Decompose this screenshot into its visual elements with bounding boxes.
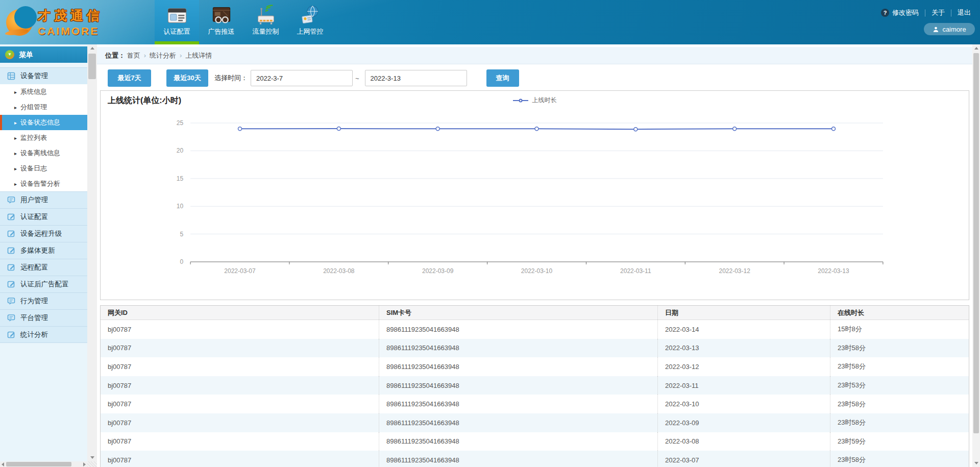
sidebar-subitem-1[interactable]: ▸系统信息 — [0, 84, 87, 100]
caret-right-icon: ▸ — [14, 151, 17, 156]
table-cell: bj00787 — [101, 339, 379, 358]
breadcrumb-item-1[interactable]: 统计分析 — [150, 52, 176, 59]
table-cell: 89861119235041663948 — [379, 413, 657, 432]
scroll-up-icon[interactable] — [972, 44, 980, 52]
sidebar-horizontal-scrollbar[interactable] — [0, 461, 87, 467]
horizontal-scrollbar-thumb[interactable] — [6, 462, 71, 466]
sidebar-subitem-7[interactable]: ▸设备告警分析 — [0, 176, 87, 191]
sidebar-scrollbar-thumb[interactable] — [88, 54, 96, 79]
breadcrumb-item-0[interactable]: 首页 — [127, 52, 140, 59]
svg-text:15: 15 — [177, 175, 184, 182]
sidebar-subitem-2[interactable]: ▸分组管理 — [0, 100, 87, 115]
last-7-days-button[interactable]: 最近7天 — [108, 69, 151, 87]
table-cell: 89861119235041663948 — [379, 376, 657, 395]
nav-tab-label: 流量控制 — [243, 27, 288, 36]
scroll-left-icon[interactable] — [0, 461, 6, 467]
sidebar-subitem-5[interactable]: ▸设备离线信息 — [0, 145, 87, 161]
sidebar-item-13[interactable]: 认证后广告配置 — [0, 276, 87, 292]
sidebar-item-14[interactable]: 行为管理 — [0, 292, 87, 309]
table-cell: bj00787 — [101, 320, 379, 339]
user-pill[interactable]: caimore — [924, 23, 975, 35]
id-card-icon — [166, 5, 188, 26]
help-icon[interactable]: ? — [881, 9, 889, 17]
breadcrumb-separator-icon: › — [144, 52, 146, 59]
sidebar-item-label: 统计分析 — [20, 330, 48, 339]
caret-right-icon: ▸ — [14, 89, 17, 95]
sidebar-item-0[interactable]: 设备管理 — [0, 67, 87, 84]
table-cell: 23时59分 — [830, 432, 969, 451]
table-row: bj00787898611192350416639482022-03-0923时… — [101, 413, 969, 432]
nav-tab-label: 广告推送 — [199, 27, 243, 36]
sidebar-item-label: 监控列表 — [20, 133, 47, 142]
table-cell: 2022-03-09 — [657, 413, 830, 432]
sidebar: ▼ 菜单 设备管理▸系统信息▸分组管理▸设备状态信息▸监控列表▸设备离线信息▸设… — [0, 44, 87, 461]
nav-tab-auth-config[interactable]: 认证配置 — [155, 0, 199, 44]
sidebar-item-label: 设备状态信息 — [20, 118, 60, 127]
last-30-days-button[interactable]: 最近30天 — [166, 69, 208, 87]
table-cell: 2022-03-14 — [657, 320, 830, 339]
scroll-up-icon[interactable] — [87, 44, 97, 52]
filter-bar: 最近7天 最近30天 选择时间： ~ 查询 — [97, 69, 972, 87]
menu-header-label: 菜单 — [19, 46, 33, 63]
nav-tab-traffic-control[interactable]: 流量控制 — [243, 0, 288, 44]
online-duration-table: 网关IDSIM卡号日期在线时长 bj0078789861119235041663… — [100, 305, 969, 467]
change-password-link[interactable]: 修改密码 — [892, 8, 919, 17]
scrollbar-corner — [87, 461, 97, 467]
end-date-input[interactable] — [365, 70, 467, 86]
brand-subtitle: CAIMORE — [38, 25, 103, 37]
nav-tab-label: 认证配置 — [155, 27, 199, 36]
link-divider — [925, 10, 925, 16]
sidebar-item-label: 设备管理 — [20, 71, 48, 81]
edit-icon — [7, 331, 15, 339]
sidebar-item-8[interactable]: 用户管理 — [0, 191, 87, 208]
table-row: bj00787898611192350416639482022-03-0823时… — [101, 432, 969, 451]
breadcrumb-item-2[interactable]: 上线详情 — [185, 52, 212, 59]
globe-icon — [300, 5, 321, 26]
chat-icon — [7, 297, 15, 305]
query-button[interactable]: 查询 — [486, 69, 519, 87]
sidebar-subitem-6[interactable]: ▸设备日志 — [0, 161, 87, 176]
page-vertical-scrollbar[interactable] — [972, 44, 980, 467]
sidebar-item-10[interactable]: 设备远程升级 — [0, 225, 87, 242]
sidebar-item-9[interactable]: 认证配置 — [0, 208, 87, 225]
sidebar-item-11[interactable]: 多媒体更新 — [0, 242, 87, 259]
scroll-down-icon[interactable] — [972, 459, 980, 467]
table-cell: 89861119235041663948 — [379, 320, 657, 339]
svg-text:2022-03-11: 2022-03-11 — [620, 267, 651, 275]
nav-tab-internet-control[interactable]: 上网管控 — [288, 0, 332, 44]
scroll-down-icon[interactable] — [87, 454, 97, 461]
table-row: bj00787898611192350416639482022-03-1223时… — [101, 357, 969, 376]
caret-right-icon: ▸ — [14, 135, 17, 141]
scroll-right-icon[interactable] — [82, 461, 87, 467]
breadcrumb: 位置： 首页›统计分析›上线详情 — [97, 47, 972, 64]
sidebar-subitem-4[interactable]: ▸监控列表 — [0, 130, 87, 145]
sidebar-item-12[interactable]: 远程配置 — [0, 259, 87, 276]
sidebar-item-15[interactable]: 平台管理 — [0, 309, 87, 326]
table-cell: 2022-03-12 — [657, 357, 830, 376]
svg-text:5: 5 — [180, 231, 183, 238]
person-icon — [933, 26, 939, 33]
logout-link[interactable]: 退出 — [958, 8, 971, 17]
column-header-0: 网关ID — [101, 306, 379, 319]
range-separator: ~ — [355, 75, 359, 82]
table-row: bj00787898611192350416639482022-03-1323时… — [101, 339, 969, 358]
edit-icon — [7, 213, 15, 221]
table-cell: 2022-03-11 — [657, 376, 830, 395]
sidebar-menu-header[interactable]: ▼ 菜单 — [0, 46, 87, 63]
sidebar-item-label: 行为管理 — [20, 297, 48, 306]
nav-tab-ad-push[interactable]: 广告推送 — [199, 0, 243, 44]
time-range-label: 选择时间： — [214, 73, 248, 83]
sidebar-item-16[interactable]: 统计分析 — [0, 326, 87, 343]
page-scrollbar-thumb[interactable] — [973, 53, 979, 433]
sidebar-vertical-scrollbar[interactable] — [87, 44, 97, 461]
chat-icon — [7, 314, 15, 322]
grid-icon — [7, 72, 15, 80]
online-hours-line-chart: 05101520252022-03-072022-03-082022-03-09… — [101, 91, 969, 300]
start-date-input[interactable] — [251, 70, 353, 86]
about-link[interactable]: 关于 — [932, 8, 945, 17]
sidebar-item-label: 多媒体更新 — [20, 246, 55, 255]
app-root: 才茂通信 CAIMORE 认证配置广告推送流量控制上网管控 ? 修改密码 关于 … — [0, 0, 980, 467]
sidebar-item-label: 分组管理 — [20, 103, 47, 112]
sidebar-subitem-3[interactable]: ▸设备状态信息 — [0, 115, 87, 130]
top-header: 才茂通信 CAIMORE 认证配置广告推送流量控制上网管控 ? 修改密码 关于 … — [0, 0, 980, 44]
